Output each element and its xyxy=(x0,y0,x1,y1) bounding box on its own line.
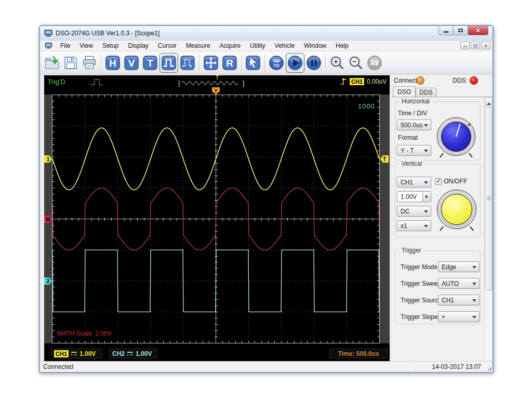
mdi-minimize-button[interactable]: – xyxy=(460,42,470,49)
checkmark-icon: ✓ xyxy=(436,177,441,184)
restore-button[interactable] xyxy=(453,26,468,35)
menu-window[interactable]: Window xyxy=(299,41,331,51)
mdi-restore-button[interactable] xyxy=(471,42,480,49)
run-button[interactable] xyxy=(286,53,304,73)
channel-onoff-checkbox[interactable]: ✓ ON/OFF xyxy=(435,178,467,185)
tab-dds-label: DDS xyxy=(419,89,432,96)
minimize-button[interactable] xyxy=(438,26,454,35)
tab-dds[interactable]: DDS xyxy=(416,88,436,97)
trigger-source-dropdown[interactable]: CH1 xyxy=(438,295,480,305)
trigger-slope-dropdown[interactable]: + xyxy=(438,311,480,322)
menu-display[interactable]: Display xyxy=(124,41,153,51)
time-div-knob[interactable] xyxy=(437,117,475,156)
print-button[interactable] xyxy=(80,53,99,73)
coupling-value: DC xyxy=(401,208,409,215)
menu-cursor[interactable]: Cursor xyxy=(153,41,181,51)
connect-label: Connect: xyxy=(394,77,419,84)
math-scale-label: MATH Scale: 2.00V xyxy=(57,330,111,337)
menu-file[interactable]: File xyxy=(56,41,75,51)
trigger-mode-dropdown[interactable]: Edge xyxy=(438,261,480,272)
title-bar[interactable]: DSO-2074G USB Ver1.0.3 - [Scope1] × xyxy=(40,26,493,41)
chevron-down-icon xyxy=(472,299,476,304)
menu-measure[interactable]: Measure xyxy=(181,41,215,51)
trigger-row: Trigger ModeEdge xyxy=(395,261,481,272)
trigger-level-value: 0.00uV xyxy=(367,78,387,85)
menu-view[interactable]: View xyxy=(75,41,98,51)
status-bar: Connected 14-03-2017 13:07 ◢ xyxy=(40,361,493,372)
transfer-button[interactable] xyxy=(365,53,384,73)
probe-value: x1 xyxy=(401,222,407,230)
channel-value: CH1 xyxy=(401,179,413,186)
trigger-source-label: Trigger Source xyxy=(401,297,442,304)
tab-dso[interactable]: DSO xyxy=(393,86,416,97)
menu-setup[interactable]: Setup xyxy=(98,41,123,51)
toolbar-separator xyxy=(199,55,200,71)
volts-div-knob[interactable] xyxy=(437,190,476,229)
chevron-down-icon xyxy=(472,283,476,287)
scope-document-icon xyxy=(45,42,52,49)
trigger-sweep-dropdown[interactable]: AUTO xyxy=(438,278,480,289)
connect-led xyxy=(416,76,424,85)
chevron-down-icon xyxy=(424,181,428,186)
scope-status-bar: Trig'D T [ ] CH1 0.00uV xyxy=(44,75,390,89)
svg-text:TO: TO xyxy=(273,63,280,68)
time-div-value: 500.0us xyxy=(401,122,423,129)
waveform-solid-button[interactable] xyxy=(159,53,178,73)
scrollbar-grip-icon xyxy=(487,196,491,201)
control-panel: Connect: DDS: DSO DDS Horizontal Time / … xyxy=(392,75,493,361)
toolbar: HVTRAUTO xyxy=(40,51,493,74)
vertical-settings-button[interactable]: V xyxy=(122,53,141,73)
scroll-up-button[interactable] xyxy=(485,97,493,105)
toolbar-separator xyxy=(264,55,265,71)
format-label: Format xyxy=(398,134,418,141)
svg-text:T: T xyxy=(147,57,153,68)
trigger-slope-value: + xyxy=(442,313,445,321)
close-button[interactable]: × xyxy=(468,26,488,35)
scrollbar-thumb[interactable] xyxy=(485,107,493,290)
trigger-sweep-label: Trigger Sweep xyxy=(401,280,441,287)
volts-div-spinner[interactable]: 1.00V xyxy=(397,191,431,202)
refresh-button[interactable]: R xyxy=(220,53,239,73)
menu-vehicle[interactable]: Vehicle xyxy=(270,41,300,51)
horizontal-position-preview[interactable]: T [ ] xyxy=(178,75,256,88)
trigger-settings-button[interactable]: T xyxy=(141,53,159,73)
knob-foot xyxy=(440,226,444,231)
resize-grip[interactable]: ◢ xyxy=(487,365,491,371)
menu-acquire[interactable]: Acquire xyxy=(215,41,246,51)
h-letter-icon: H xyxy=(105,55,121,71)
trigger-row: Trigger SourceCH1 xyxy=(395,295,481,305)
datetime: 14-03-2017 13:07 xyxy=(432,363,481,370)
zoom-out-button[interactable] xyxy=(347,53,365,73)
open-button[interactable] xyxy=(43,53,61,73)
window-controls: × xyxy=(439,26,488,35)
horizontal-settings-button[interactable]: H xyxy=(103,53,122,73)
pause-button[interactable] xyxy=(304,53,323,73)
xy-mode-button[interactable] xyxy=(202,53,220,73)
time-div-dropdown[interactable]: 500.0us xyxy=(397,119,431,130)
mdi-close-button[interactable]: × xyxy=(481,42,490,49)
format-dropdown[interactable]: Y - T xyxy=(397,145,431,156)
toolbar-separator xyxy=(325,55,326,71)
auto-set-button[interactable]: AUTO xyxy=(267,53,286,73)
connection-status-row: Connect: DDS: xyxy=(392,75,493,86)
vertical-group-title: Vertical xyxy=(400,160,424,167)
save-button[interactable] xyxy=(61,53,80,73)
coupling-dropdown[interactable]: DC xyxy=(397,206,431,217)
dc-coupling-icon xyxy=(127,352,133,356)
cursor-measure-button[interactable] xyxy=(244,53,262,73)
svg-text:AU: AU xyxy=(273,58,280,63)
trigger-row: Trigger Slope+ xyxy=(395,311,481,322)
spinner-buttons[interactable] xyxy=(423,191,431,202)
trigger-position-marker[interactable]: T xyxy=(212,87,220,95)
panel-scrollbar[interactable] xyxy=(484,97,493,362)
zoom-in-button[interactable] xyxy=(328,53,347,73)
svg-text:H: H xyxy=(109,57,116,68)
probe-dropdown[interactable]: x1 xyxy=(397,220,431,231)
menu-utility[interactable]: Utility xyxy=(245,41,270,51)
channel-dropdown[interactable]: CH1 xyxy=(397,177,431,188)
trigger-mode-value: Edge xyxy=(442,263,456,271)
waveform-plot xyxy=(52,95,379,343)
menu-help[interactable]: Help xyxy=(331,41,353,51)
waveform-dotted-button[interactable] xyxy=(178,53,197,73)
close-icon: × xyxy=(476,26,480,34)
